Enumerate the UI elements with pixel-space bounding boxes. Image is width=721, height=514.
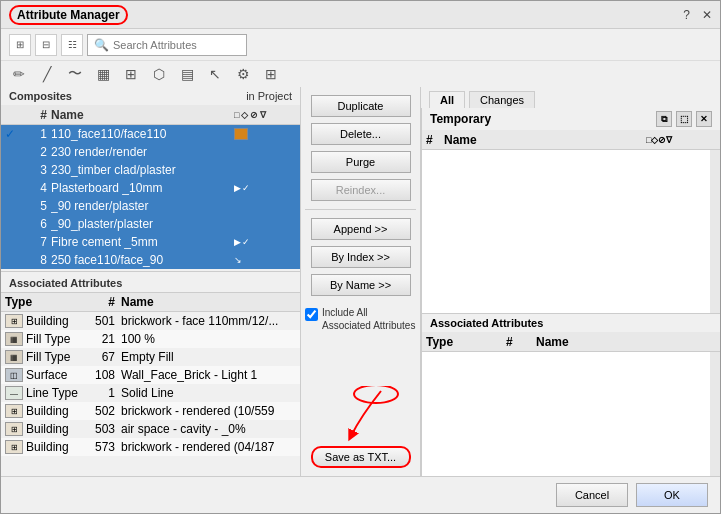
temporary-header: Temporary ⧉ ⬚ ✕ <box>422 108 720 130</box>
composite-list: ✓ 1 110_face110/face110 2 230 render/ren… <box>1 125 300 269</box>
row-num-2: 2 <box>23 145 51 159</box>
right-assoc-title: Associated Attributes <box>422 313 720 332</box>
by-name-button[interactable]: By Name >> <box>311 274 411 296</box>
assoc-header-left: Type # Name <box>1 292 300 312</box>
right-assoc-col-type: Type <box>426 335 506 349</box>
assoc-row-1[interactable]: ⊞ Building 501 brickwork - face 110mm/12… <box>1 312 300 330</box>
delete-button[interactable]: Delete... <box>311 123 411 145</box>
append-button[interactable]: Append >> <box>311 218 411 240</box>
assoc-row-3[interactable]: ▦ Fill Type 67 Empty Fill <box>1 348 300 366</box>
row-icons-7: ▶ ✓ <box>234 237 286 247</box>
assoc-col-num: # <box>85 295 121 309</box>
right-content: Temporary ⧉ ⬚ ✕ # Name □ ◇ ⊘ ∇ <box>421 108 720 476</box>
temp-icon-1[interactable]: ⧉ <box>656 111 672 127</box>
assoc-row-8[interactable]: ⊞ Building 573 brickwork - rendered (04/… <box>1 438 300 456</box>
toolbar-icon-2[interactable]: ⊟ <box>35 34 57 56</box>
row-num-1: 1 <box>23 127 51 141</box>
assoc-title-left: Associated Attributes <box>1 274 300 292</box>
assoc-name-5: Solid Line <box>121 386 296 400</box>
in-project-label: in Project <box>246 90 292 102</box>
row-icons-4: ▶ ✓ <box>234 183 286 193</box>
row-num-4: 4 <box>23 181 51 195</box>
row-num-7: 7 <box>23 235 51 249</box>
assoc-row-7[interactable]: ⊞ Building 503 air space - cavity - _0% <box>1 420 300 438</box>
arrow-annotation <box>321 386 401 446</box>
search-input[interactable] <box>113 39 240 51</box>
assoc-type-7: ⊞ Building <box>5 422 85 436</box>
filter-icon-2[interactable]: ╱ <box>37 64 57 84</box>
ok-button[interactable]: OK <box>636 483 708 507</box>
col-header-name: Name <box>51 108 234 122</box>
building-icon-4: ⊞ <box>5 440 23 454</box>
filter-icon-8[interactable]: ↖ <box>205 64 225 84</box>
right-assoc-col-name: Name <box>536 335 706 349</box>
tab-all[interactable]: All <box>429 91 465 108</box>
row-name-4: Plasterboard _10mm <box>51 181 234 195</box>
reindex-button[interactable]: Reindex... <box>311 179 411 201</box>
filter-icon-6[interactable]: ⬡ <box>149 64 169 84</box>
close-button[interactable]: ✕ <box>702 8 712 22</box>
row-name-3: 230_timber clad/plaster <box>51 163 234 177</box>
surface-icon: ◫ <box>5 368 23 382</box>
temp-icon-close[interactable]: ✕ <box>696 111 712 127</box>
right-assoc-scrollbar[interactable] <box>710 352 720 476</box>
tab-changes[interactable]: Changes <box>469 91 535 108</box>
right-assoc-col-num: # <box>506 335 536 349</box>
row-icons-8: ↘ <box>234 255 286 265</box>
filter-icon-5[interactable]: ⊞ <box>121 64 141 84</box>
filter-row: ✏ ╱ 〜 ▦ ⊞ ⬡ ▤ ↖ ⚙ ⊞ <box>1 61 720 87</box>
assoc-row-5[interactable]: — Line Type 1 Solid Line <box>1 384 300 402</box>
filter-icon-3[interactable]: 〜 <box>65 64 85 84</box>
right-scrollbar[interactable] <box>710 150 720 313</box>
assoc-type-6: ⊞ Building <box>5 404 85 418</box>
composite-row-6[interactable]: 6 _90_plaster/plaster <box>1 215 300 233</box>
window-title: Attribute Manager <box>9 5 128 25</box>
filter-icon-4[interactable]: ▦ <box>93 64 113 84</box>
temporary-icons: ⧉ ⬚ ✕ <box>656 111 712 127</box>
filter-icon-1[interactable]: ✏ <box>9 64 29 84</box>
assoc-num-6: 502 <box>85 404 121 418</box>
cancel-button[interactable]: Cancel <box>556 483 628 507</box>
assoc-row-2[interactable]: ▦ Fill Type 21 100 % <box>1 330 300 348</box>
building-icon-1: ⊞ <box>5 314 23 328</box>
composite-row-7[interactable]: 7 Fibre cement _5mm ▶ ✓ <box>1 233 300 251</box>
assoc-row-6[interactable]: ⊞ Building 502 brickwork - rendered (10/… <box>1 402 300 420</box>
purge-button[interactable]: Purge <box>311 151 411 173</box>
assoc-type-4: ◫ Surface <box>5 368 85 382</box>
help-button[interactable]: ? <box>683 8 690 22</box>
attribute-manager-window: Attribute Manager ? ✕ ⊞ ⊟ ☷ 🔍 ✏ ╱ 〜 ▦ ⊞ … <box>0 0 721 514</box>
filter-icon-7[interactable]: ▤ <box>177 64 197 84</box>
right-tabs: All Changes <box>421 87 720 108</box>
temporary-content <box>422 150 720 313</box>
row-num-3: 3 <box>23 163 51 177</box>
assoc-num-2: 21 <box>85 332 121 346</box>
include-checkbox[interactable] <box>305 308 318 321</box>
title-bar-left: Attribute Manager <box>9 5 128 25</box>
assoc-row-4[interactable]: ◫ Surface 108 Wall_Face_Brick - Light 1 <box>1 366 300 384</box>
row-num-8: 8 <box>23 253 51 267</box>
composite-row-1[interactable]: ✓ 1 110_face110/face110 <box>1 125 300 143</box>
composite-row-5[interactable]: 5 _90 render/plaster <box>1 197 300 215</box>
row-check-1: ✓ <box>5 127 23 141</box>
filter-icon-9[interactable]: ⚙ <box>233 64 253 84</box>
right-panel: All Changes Temporary ⧉ ⬚ ✕ # Name <box>421 87 720 476</box>
composite-row-3[interactable]: 3 230_timber clad/plaster <box>1 161 300 179</box>
assoc-name-1: brickwork - face 110mm/12/... <box>121 314 296 328</box>
assoc-num-3: 67 <box>85 350 121 364</box>
by-index-button[interactable]: By Index >> <box>311 246 411 268</box>
toolbar-icon-3[interactable]: ☷ <box>61 34 83 56</box>
composite-row-2[interactable]: 2 230 render/render <box>1 143 300 161</box>
toolbar-icon-1[interactable]: ⊞ <box>9 34 31 56</box>
left-panel: Composites in Project # Name □ ◇ ⊘ ∇ <box>1 87 301 476</box>
row-name-7: Fibre cement _5mm <box>51 235 234 249</box>
save-as-txt-button[interactable]: Save as TXT... <box>311 446 411 468</box>
row-swatch-1 <box>234 128 248 140</box>
duplicate-button[interactable]: Duplicate <box>311 95 411 117</box>
composite-row-8[interactable]: 8 250 face110/face_90 ↘ <box>1 251 300 269</box>
filter-icon-10[interactable]: ⊞ <box>261 64 281 84</box>
composite-row-4[interactable]: 4 Plasterboard _10mm ▶ ✓ <box>1 179 300 197</box>
save-area: Save as TXT... <box>305 386 416 468</box>
row-name-6: _90_plaster/plaster <box>51 217 234 231</box>
assoc-type-8: ⊞ Building <box>5 440 85 454</box>
temp-icon-2[interactable]: ⬚ <box>676 111 692 127</box>
